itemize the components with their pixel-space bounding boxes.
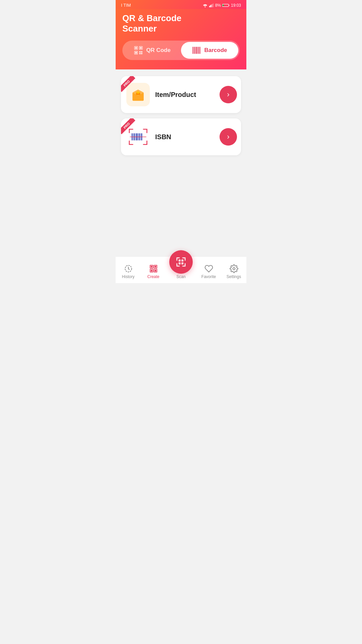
svg-rect-3 — [212, 4, 213, 7]
svg-rect-43 — [150, 266, 152, 268]
content-area: Item/Product › — [116, 69, 246, 162]
status-right: 8% 19:03 — [202, 3, 241, 8]
nav-item-create[interactable]: Create — [141, 264, 166, 279]
svg-rect-17 — [141, 53, 142, 54]
app-title: QR & Barcode Scanner — [122, 13, 240, 34]
svg-rect-54 — [181, 262, 183, 264]
svg-rect-18 — [193, 47, 193, 54]
barcode-icon — [192, 46, 201, 55]
pro-badge-item — [121, 76, 141, 96]
nav-label-settings: Settings — [227, 274, 241, 279]
svg-point-0 — [204, 6, 205, 7]
carrier-label: I TIM — [121, 3, 131, 8]
nav-label-history: History — [122, 274, 134, 279]
svg-rect-49 — [155, 270, 156, 271]
qr-code-icon — [134, 46, 143, 55]
item-product-label: Item/Product — [155, 91, 214, 99]
svg-rect-53 — [179, 262, 181, 264]
svg-rect-9 — [135, 47, 137, 49]
scan-qr-icon — [175, 256, 187, 268]
svg-rect-2 — [210, 5, 211, 7]
signal-icon — [209, 3, 214, 7]
svg-rect-21 — [195, 47, 196, 54]
battery-icon — [222, 3, 230, 7]
svg-rect-16 — [139, 53, 141, 54]
scan-type-toggle: QR Code Barcode — [122, 41, 240, 60]
svg-rect-7 — [223, 4, 224, 6]
svg-rect-13 — [135, 52, 137, 54]
wifi-icon — [202, 3, 208, 7]
isbn-label: ISBN — [155, 133, 214, 141]
svg-point-50 — [233, 268, 235, 270]
nav-item-history[interactable]: History — [116, 264, 141, 279]
history-icon — [124, 264, 133, 273]
time-label: 19:03 — [231, 3, 241, 8]
isbn-arrow[interactable]: › — [220, 128, 237, 146]
svg-rect-6 — [229, 5, 229, 6]
svg-rect-20 — [194, 47, 195, 54]
tab-barcode-label: Barcode — [204, 47, 227, 54]
svg-rect-4 — [213, 3, 214, 7]
favorite-icon — [204, 264, 213, 273]
header: QR & Barcode Scanner QR Code — [116, 9, 246, 69]
svg-rect-11 — [140, 47, 142, 49]
battery-label: 8% — [215, 3, 221, 8]
svg-rect-47 — [150, 270, 152, 271]
status-bar: I TIM 8% 19:03 — [116, 0, 246, 9]
pro-badge-isbn — [121, 118, 141, 139]
nav-label-favorite: Favorite — [201, 274, 216, 279]
nav-label-create: Create — [147, 274, 159, 279]
scan-fab-container — [169, 250, 193, 274]
create-icon — [149, 264, 158, 273]
tab-qrcode-label: QR Code — [146, 47, 171, 54]
svg-rect-22 — [196, 47, 197, 54]
svg-rect-15 — [141, 51, 142, 53]
isbn-card[interactable]: ISBN › — [121, 118, 241, 155]
item-product-arrow[interactable]: › — [220, 86, 237, 103]
svg-rect-25 — [199, 47, 199, 54]
svg-rect-14 — [139, 51, 141, 53]
settings-icon — [230, 264, 238, 273]
tab-qrcode[interactable]: QR Code — [124, 42, 181, 59]
nav-item-settings[interactable]: Settings — [221, 264, 246, 279]
svg-rect-26 — [200, 47, 200, 54]
nav-item-favorite[interactable]: Favorite — [196, 264, 221, 279]
svg-rect-51 — [179, 260, 181, 262]
svg-rect-24 — [198, 47, 199, 54]
svg-rect-19 — [194, 47, 194, 54]
nav-label-scan: Scan — [176, 274, 185, 279]
scan-button[interactable] — [169, 250, 193, 274]
svg-rect-52 — [181, 260, 183, 262]
item-product-card[interactable]: Item/Product › — [121, 76, 241, 113]
svg-rect-1 — [209, 6, 210, 7]
svg-rect-45 — [155, 266, 156, 268]
svg-rect-23 — [197, 47, 198, 54]
tab-barcode[interactable]: Barcode — [181, 42, 238, 59]
